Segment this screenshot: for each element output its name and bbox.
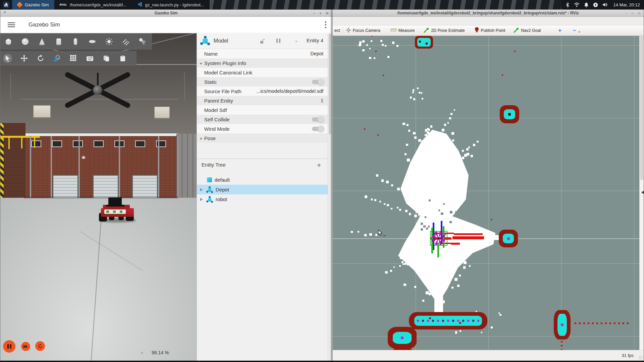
add-component-icon[interactable]: +	[295, 38, 298, 44]
taskbar-tab-vscode[interactable]: gz_nav.launch.py - lgdxrobot...	[132, 0, 210, 9]
close-icon[interactable]: ✕	[325, 11, 329, 16]
wifi-icon[interactable]	[574, 2, 580, 7]
focus-icon	[346, 27, 351, 34]
minimize-icon[interactable]: −	[625, 11, 628, 16]
map-pixel	[442, 320, 444, 322]
tool-toolbar	[0, 51, 137, 66]
map-pixel	[443, 203, 445, 205]
add-entity-icon[interactable]: +	[317, 162, 321, 169]
rtf-collapse-icon[interactable]: ‹	[141, 350, 143, 355]
power-icon[interactable]	[593, 2, 598, 7]
chevron-down-icon: ▾	[579, 31, 580, 34]
gazebo-titlebar[interactable]: Gazebo Sim − + ✕	[0, 10, 332, 17]
tree-item-default[interactable]: default	[197, 175, 328, 185]
map-scrollbar[interactable]	[639, 36, 643, 351]
copy-icon[interactable]	[102, 54, 111, 63]
focus-camera-button[interactable]: Focus Camera	[346, 27, 380, 34]
wind-mode-toggle[interactable]	[312, 127, 323, 131]
maximize-icon[interactable]: +	[319, 11, 322, 16]
translate-tool-icon[interactable]	[19, 54, 29, 63]
scrollbar-thumb[interactable]	[640, 36, 643, 180]
self-collide-toggle[interactable]	[312, 117, 323, 122]
resize-grip[interactable]	[639, 356, 643, 360]
box-icon[interactable]	[4, 37, 13, 46]
step-button[interactable]	[21, 342, 30, 351]
map-pixel	[414, 136, 417, 139]
pause-updates-icon[interactable]	[276, 39, 280, 43]
spot-light-icon[interactable]	[138, 37, 147, 46]
hamburger-menu-icon[interactable]	[8, 21, 15, 28]
panel-scrollbar[interactable]	[328, 33, 332, 361]
tree-item-robot[interactable]: robot	[197, 194, 328, 204]
view-angle-icon[interactable]	[69, 54, 78, 63]
rviz-titlebar[interactable]: /home/user/lgdx_ws/install/lgdxrobot2_br…	[332, 10, 644, 17]
bluetooth-icon[interactable]	[566, 2, 570, 7]
static-toggle[interactable]	[312, 80, 323, 84]
property-row-parent-entity[interactable]: Parent Entity 1	[197, 96, 328, 105]
map-pixel	[418, 214, 420, 216]
kebab-menu-icon[interactable]	[325, 21, 326, 29]
pose-estimate-button[interactable]: 2D Pose Estimate	[423, 27, 465, 34]
add-tool-button[interactable]: +	[558, 27, 561, 34]
panel-collapse-icon[interactable]	[640, 191, 644, 194]
map-pixel	[380, 40, 382, 42]
cone-icon[interactable]	[37, 37, 46, 46]
pause-button[interactable]	[3, 340, 15, 353]
publish-point-button[interactable]: Publish Point	[475, 27, 505, 34]
property-row-source-file-path[interactable]: Source File Path ...ics/models/depot/6/m…	[197, 86, 328, 96]
map-pixel	[421, 92, 423, 94]
property-row-wind-mode[interactable]: Wind Mode	[197, 124, 328, 133]
map-pixel	[418, 250, 421, 253]
clipped-tool-button[interactable]: ect	[334, 28, 340, 33]
point-light-icon[interactable]	[104, 37, 113, 46]
minimize-icon[interactable]: −	[313, 11, 316, 16]
map-pixel	[419, 41, 421, 43]
taskbar-stripes	[210, 0, 561, 9]
property-row-static[interactable]: Static	[197, 77, 328, 86]
align-tool-icon[interactable]	[52, 54, 61, 63]
window-menu-icon[interactable]	[3, 12, 6, 14]
slam-map-view[interactable]: ⟳	[333, 36, 640, 351]
property-row-self-collide[interactable]: Self Collide	[197, 115, 328, 124]
map-pixel	[583, 322, 585, 324]
screenshot-icon[interactable]	[85, 54, 94, 63]
rotate-tool-icon[interactable]	[36, 54, 45, 63]
cylinder-icon[interactable]	[54, 37, 63, 46]
property-row-system-plugin-info[interactable]: + System Plugin Info	[197, 58, 328, 68]
select-tool-icon[interactable]	[3, 54, 12, 63]
robot-model[interactable]	[99, 197, 137, 223]
directional-light-icon[interactable]	[121, 37, 130, 46]
taskbar-tab-rviz[interactable]: RViz /home/user/lgdx_ws/install/l...	[54, 0, 132, 9]
ellipsoid-icon[interactable]	[88, 37, 97, 46]
map-pixel	[401, 337, 404, 339]
property-row-model-sdf[interactable]: Model Sdf	[197, 105, 328, 115]
capsule-icon[interactable]	[71, 37, 80, 46]
clock[interactable]: 14 Mar, 20:12	[613, 2, 640, 7]
notifications-icon[interactable]	[584, 2, 589, 7]
expand-icon[interactable]: +	[200, 60, 204, 66]
unlock-icon[interactable]	[260, 39, 265, 45]
launcher-button[interactable]	[0, 0, 12, 9]
map-pixel	[453, 160, 455, 162]
maximize-icon[interactable]: +	[631, 11, 634, 16]
volume-icon[interactable]	[602, 2, 608, 7]
gazebo-3d-viewport[interactable]: ‹ 98.14 %	[0, 33, 197, 361]
remove-tool-button[interactable]: −▾	[573, 27, 580, 34]
property-row-name[interactable]: Name Depot	[197, 49, 328, 58]
property-list: Name Depot + System Plugin Info Model Ca…	[197, 49, 328, 143]
measure-button[interactable]: Measure	[390, 28, 415, 33]
map-pixel	[422, 98, 423, 99]
reset-button[interactable]	[35, 341, 45, 351]
chevron-right-icon[interactable]	[200, 198, 204, 201]
property-row-model-canonical-link[interactable]: Model Canonical Link	[197, 68, 328, 77]
chevron-right-icon[interactable]	[200, 188, 204, 191]
taskbar-tab-gazebo[interactable]: Gazebo Sim	[12, 0, 54, 9]
property-row-pose[interactable]: + Pose	[197, 133, 328, 143]
green-arrow-icon	[513, 27, 519, 34]
close-icon[interactable]: ✕	[637, 11, 641, 16]
sphere-icon[interactable]	[20, 37, 30, 46]
paste-icon[interactable]	[118, 54, 127, 63]
expand-icon[interactable]: +	[200, 135, 204, 141]
tree-item-depot[interactable]: Depot	[197, 185, 328, 194]
nav2-goal-button[interactable]: Nav2 Goal	[513, 27, 541, 34]
